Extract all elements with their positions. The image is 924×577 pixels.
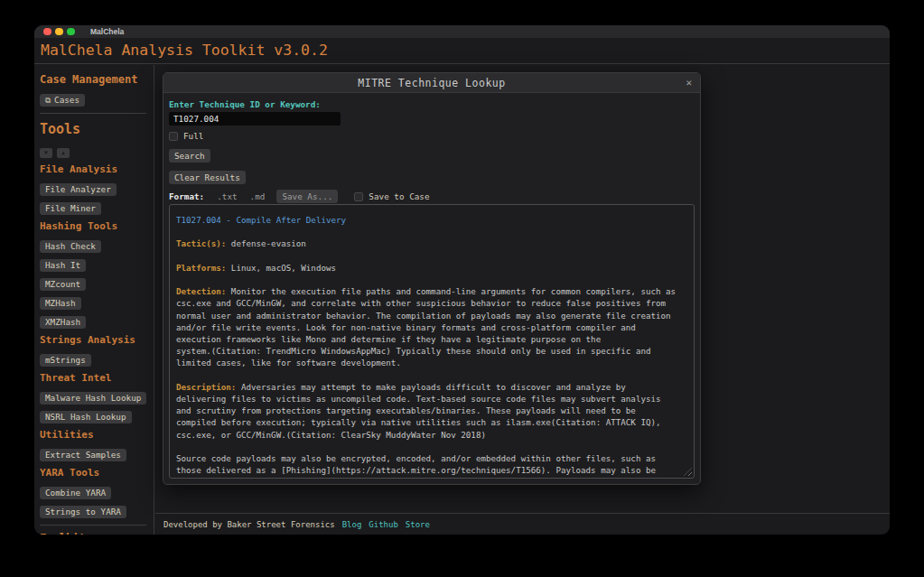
sidebar-divider [40, 113, 146, 114]
sidebar-heading: Tools [40, 121, 154, 137]
sidebar-item-label: MZcount [45, 279, 80, 289]
sidebar-item-combine-yara[interactable]: Combine YARA [40, 487, 111, 499]
sidebar-heading: File Analysis [40, 163, 154, 175]
dialog-titlebar[interactable]: MITRE Technique Lookup ✕ [163, 73, 700, 93]
result-section: Tactic(s): defense-evasion [176, 237, 687, 249]
sidebar-item-label: Extract Samples [45, 450, 121, 460]
footer-credit: Developed by Baker Street Forensics [163, 520, 335, 529]
technique-input-label: Enter Technique ID or Keyword: [169, 99, 695, 109]
sidebar-item-extract-samples[interactable]: Extract Samples [40, 449, 126, 461]
sidebar-item-label: Malware Hash Lookup [45, 393, 141, 403]
dialog-title: MITRE Technique Lookup [358, 77, 505, 89]
sidebar-item-label: Combine YARA [45, 488, 106, 498]
sidebar-heading: Case Management [40, 73, 154, 86]
sidebar-item-label: File Analyzer [45, 184, 111, 194]
sidebar-item-label: mStrings [45, 355, 86, 365]
close-traffic-light[interactable] [43, 28, 51, 36]
app-window: MalChela MalChela Analysis Toolkit v3.0.… [34, 25, 890, 535]
sidebar-item-label: MZHash [45, 298, 76, 308]
sidebar-item-malware-hash-lookup[interactable]: Malware Hash Lookup [40, 392, 146, 405]
close-icon[interactable]: ✕ [686, 73, 692, 92]
zoom-traffic-light[interactable] [67, 28, 75, 36]
result-field-label: Detection: [176, 286, 226, 296]
sidebar-item-label: NSRL Hash Lookup [45, 412, 126, 422]
sidebar-heading: Threat Intel [40, 372, 154, 384]
footer-links: BlogGithubStore [335, 520, 430, 529]
result-field-label: Platforms: [176, 263, 226, 273]
sidebar-heading: Utilities [40, 429, 154, 441]
sidebar-item-strings-to-yara[interactable]: Strings to YARA [40, 506, 126, 518]
footer: Developed by Baker Street Forensics Blog… [155, 513, 890, 535]
sidebar-item-cases[interactable]: ⧉Cases [40, 94, 85, 107]
result-field-label: Tactic(s): [176, 238, 226, 248]
sidebar-item-mstrings[interactable]: mStrings [40, 354, 91, 367]
sidebar-heading: Hashing Tools [40, 220, 154, 232]
minimize-traffic-light[interactable] [55, 28, 63, 36]
search-button[interactable]: Search [169, 149, 210, 163]
result-section: Source code payloads may also be encrypt… [176, 452, 687, 479]
sidebar-item-label: Hash Check [45, 241, 96, 251]
app-title: MalChela Analysis Toolkit v3.0.2 [34, 38, 890, 63]
technique-input[interactable] [169, 112, 341, 126]
sidebar-item-label: Cases [54, 95, 79, 105]
collapse-expand-controls: ▼▲ [40, 141, 154, 158]
sidebar-item-label: Strings to YARA [45, 507, 121, 517]
sidebar-heading: Toolkit [40, 532, 154, 535]
clear-results-button[interactable]: Clear Results [169, 171, 246, 184]
footer-link-store[interactable]: Store [406, 520, 430, 529]
footer-link-blog[interactable]: Blog [342, 520, 362, 529]
sidebar-item-label: Hash It [45, 260, 80, 270]
result-section: Detection: Monitor the execution file pa… [176, 285, 687, 368]
result-section: Platforms: Linux, macOS, Windows [176, 262, 687, 274]
save-to-case-checkbox[interactable] [354, 192, 363, 201]
dialog-body: Enter Technique ID or Keyword: Full Sear… [163, 94, 700, 484]
full-checkbox-label: Full [183, 131, 203, 141]
sidebar-item-label: XMZHash [45, 317, 80, 327]
sidebar-item-file-miner[interactable]: File Miner [40, 202, 101, 215]
format-label: Format: [169, 191, 204, 201]
sidebar-item-label: File Miner [45, 203, 96, 213]
sidebar-item-nsrl-hash-lookup[interactable]: NSRL Hash Lookup [40, 411, 132, 423]
full-checkbox[interactable] [169, 132, 178, 141]
window-title: MalChela [90, 27, 124, 36]
format-options: .txt.md [204, 191, 265, 201]
collapse-all-button[interactable]: ▼ [40, 148, 52, 158]
format-option-md[interactable]: .md [250, 191, 266, 201]
sidebar-item-file-analyzer[interactable]: File Analyzer [40, 183, 117, 196]
sidebar-divider [40, 525, 146, 526]
app-header: MalChela Analysis Toolkit v3.0.2 [34, 38, 890, 64]
result-title: T1027.004 - Compile After Delivery [176, 214, 687, 226]
result-section: Description: Adversaries may attempt to … [176, 381, 687, 441]
macos-titlebar[interactable]: MalChela [34, 25, 890, 38]
save-to-case-label: Save to Case [369, 191, 429, 201]
sidebar-heading: Strings Analysis [40, 334, 154, 346]
expand-all-button[interactable]: ▲ [57, 148, 70, 158]
sidebar-item-mzcount[interactable]: MZcount [40, 278, 86, 291]
sidebar-heading: YARA Tools [40, 467, 154, 479]
footer-link-github[interactable]: Github [369, 520, 398, 529]
format-option-txt[interactable]: .txt [217, 191, 237, 201]
save-as-button[interactable]: Save As... [276, 190, 338, 203]
sidebar-item-hash-check[interactable]: Hash Check [40, 240, 101, 253]
mitre-lookup-dialog: MITRE Technique Lookup ✕ Enter Technique… [163, 72, 701, 485]
sidebar-item-hash-it[interactable]: Hash It [40, 259, 86, 272]
sidebar-item-xmzhash[interactable]: XMZHash [40, 316, 86, 329]
result-field-label: Description: [176, 382, 236, 392]
sidebar: Case Management⧉CasesTools▼▲File Analysi… [34, 65, 154, 535]
sidebar-item-mzhash[interactable]: MZHash [40, 297, 81, 310]
copy-pages-icon: ⧉ [45, 96, 51, 105]
results-panel[interactable]: T1027.004 - Compile After Delivery Tacti… [169, 204, 695, 479]
